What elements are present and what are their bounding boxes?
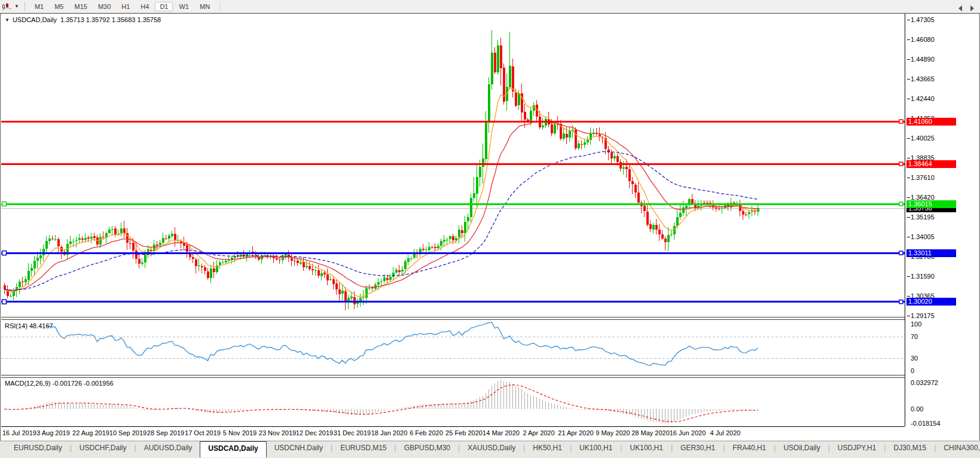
timeframe-button-h1[interactable]: H1 bbox=[117, 2, 135, 11]
macd-scale-bottom: -0.018154 bbox=[911, 420, 941, 427]
date-label: 31 Dec 2019 bbox=[334, 429, 371, 436]
scroll-right-icon[interactable] bbox=[970, 5, 974, 11]
date-label: 25 Feb 2020 bbox=[445, 429, 483, 436]
chart-tab-uk100[interactable]: UK100,H1 bbox=[622, 441, 671, 457]
collapse-arrow-icon[interactable]: ▼ bbox=[5, 17, 10, 23]
chart-tab-audusd[interactable]: AUDUSD,Daily bbox=[136, 441, 200, 457]
chart-tab-usdchf[interactable]: USDCHF,Daily bbox=[72, 441, 135, 457]
tab-scroll-buttons bbox=[958, 5, 974, 11]
date-label: 6 Feb 2020 bbox=[410, 429, 443, 436]
timeframe-buttons: M1M5M15M30H1H4D1W1MN bbox=[29, 2, 215, 11]
chart-tab-china300[interactable]: CHINA300,H4 bbox=[936, 441, 980, 457]
rsi-scale-label: 70 bbox=[911, 333, 918, 340]
date-label: 4 Jul 2020 bbox=[710, 429, 741, 436]
date-label: 16 Jun 2020 bbox=[670, 429, 706, 436]
rsi-scale-label: 100 bbox=[911, 320, 921, 328]
date-label: 28 May 2020 bbox=[631, 429, 670, 436]
price-tick: 1.37610 bbox=[911, 174, 935, 181]
time-axis: 16 Jul 20193 Aug 201922 Aug 201910 Sep 2… bbox=[1, 427, 905, 441]
date-label: 17 Oct 2019 bbox=[185, 429, 221, 436]
price-tick: 1.44890 bbox=[911, 56, 935, 63]
date-label: 18 Jan 2020 bbox=[371, 429, 408, 436]
date-label: 21 Apr 2020 bbox=[558, 429, 593, 436]
chart-tab-eurusd[interactable]: EURUSD,Daily bbox=[6, 441, 70, 457]
timeframe-button-m30[interactable]: M30 bbox=[93, 2, 115, 11]
chart-tab-uk100[interactable]: UK100,H1 bbox=[572, 441, 620, 457]
chevron-down-icon[interactable]: ▼ bbox=[14, 4, 19, 9]
chart-window: ▼ USDCAD,Daily 1.35713 1.35792 1.35683 1… bbox=[0, 13, 980, 441]
chart-title: ▼ USDCAD,Daily 1.35713 1.35792 1.35683 1… bbox=[5, 16, 161, 23]
price-tick: 1.43665 bbox=[911, 75, 935, 83]
chart-tab-usoil[interactable]: USOil,Daily bbox=[776, 441, 828, 457]
chart-title-symbol: USDCAD,Daily bbox=[13, 16, 57, 23]
chart-tab-usdcad[interactable]: USDCAD,Daily bbox=[200, 441, 266, 457]
candlestick-chart-icon bbox=[2, 2, 13, 11]
timeframe-toolbar: ▼ M1M5M15M30H1H4D1W1MN bbox=[0, 0, 980, 13]
hline-price-label: 1.33011 bbox=[906, 249, 956, 257]
date-label: 14 Mar 2020 bbox=[483, 429, 520, 436]
date-label: 23 Nov 2019 bbox=[259, 429, 296, 436]
chart-tab-hk50[interactable]: HK50,H1 bbox=[525, 441, 570, 457]
rsi-label: RSI(14) 48.4167 bbox=[5, 322, 53, 329]
timeframe-button-m5[interactable]: M5 bbox=[50, 2, 68, 11]
price-tick: 1.34005 bbox=[911, 233, 935, 240]
hline-price-label: 1.41060 bbox=[906, 118, 956, 126]
timeframe-button-d1[interactable]: D1 bbox=[155, 2, 173, 11]
pane-separator[interactable] bbox=[1, 319, 905, 320]
toolbar-grip bbox=[25, 2, 25, 11]
price-tick: 1.46080 bbox=[911, 36, 935, 43]
chart-tool-button[interactable]: ▼ bbox=[2, 2, 19, 11]
macd-scale-zero: 0.00 bbox=[911, 405, 923, 413]
chart-title-ohlc: 1.35713 1.35792 1.35683 1.35758 bbox=[57, 16, 161, 23]
macd-scale-top: 0.032972 bbox=[911, 379, 938, 386]
price-tick: 1.47305 bbox=[911, 16, 935, 23]
macd-pane-canvas[interactable] bbox=[1, 378, 905, 426]
scroll-left-icon[interactable] bbox=[958, 5, 962, 11]
chart-tab-dj30[interactable]: DJ30,M15 bbox=[886, 441, 934, 457]
chart-tab-usdjpy[interactable]: USDJPY,H1 bbox=[830, 441, 884, 457]
hline-price-label: 1.38464 bbox=[906, 160, 956, 168]
price-tick: 1.35195 bbox=[911, 213, 935, 221]
chart-tab-xauusd[interactable]: XAUUSD,Daily bbox=[460, 441, 523, 457]
chart-tab-bar: EURUSD,Daily|USDCHF,Daily|AUDUSD,DailyUS… bbox=[0, 441, 980, 458]
date-label: 3 Aug 2019 bbox=[36, 429, 70, 436]
chart-tab-ger30[interactable]: GER30,H1 bbox=[673, 441, 723, 457]
macd-label: MACD(12,26,9) -0.001726 -0.001956 bbox=[5, 380, 114, 387]
hline-price-label: 1.30020 bbox=[906, 298, 956, 306]
date-label: 10 Sep 2019 bbox=[109, 429, 146, 436]
price-tick: 1.40025 bbox=[911, 135, 935, 142]
date-label: 12 Dec 2019 bbox=[296, 429, 333, 436]
chart-tab-fra40[interactable]: FRA40,H1 bbox=[725, 441, 774, 457]
chart-tab-usdcnh[interactable]: USDCNH,Daily bbox=[267, 441, 331, 457]
pane-separator[interactable] bbox=[1, 375, 905, 375]
main-chart-canvas[interactable] bbox=[1, 14, 905, 316]
timeframe-button-mn[interactable]: MN bbox=[195, 2, 215, 11]
price-tick: 1.42440 bbox=[911, 95, 935, 102]
date-label: 5 Nov 2019 bbox=[223, 429, 257, 436]
price-tick: 1.29175 bbox=[911, 312, 935, 319]
date-label: 28 Sep 2019 bbox=[147, 429, 184, 436]
timeframe-button-m1[interactable]: M1 bbox=[30, 2, 48, 11]
timeframe-button-m15[interactable]: M15 bbox=[69, 2, 91, 11]
rsi-scale-label: 30 bbox=[911, 355, 918, 362]
toolbar-separator bbox=[220, 2, 221, 11]
timeframe-button-h4[interactable]: H4 bbox=[136, 2, 154, 11]
chart-tab-eurusd[interactable]: EURUSD,M15 bbox=[332, 441, 394, 457]
rsi-pane-canvas[interactable] bbox=[1, 320, 905, 374]
date-label: 9 May 2020 bbox=[596, 429, 630, 436]
price-axis: 1.473051.460801.448901.436651.424401.412… bbox=[905, 14, 979, 441]
date-label: 2 Apr 2020 bbox=[523, 429, 554, 436]
rsi-scale-label: 0 bbox=[911, 367, 914, 374]
timeframe-button-w1[interactable]: W1 bbox=[174, 2, 194, 11]
pane-separator[interactable] bbox=[1, 317, 905, 317]
price-tick: 1.31590 bbox=[911, 273, 935, 280]
date-label: 16 Jul 2019 bbox=[2, 429, 36, 436]
date-label: 22 Aug 2019 bbox=[72, 429, 109, 436]
hline-price-label: 1.36015 bbox=[906, 200, 956, 208]
chart-tab-gbpusd[interactable]: GBPUSD,M30 bbox=[396, 441, 458, 457]
